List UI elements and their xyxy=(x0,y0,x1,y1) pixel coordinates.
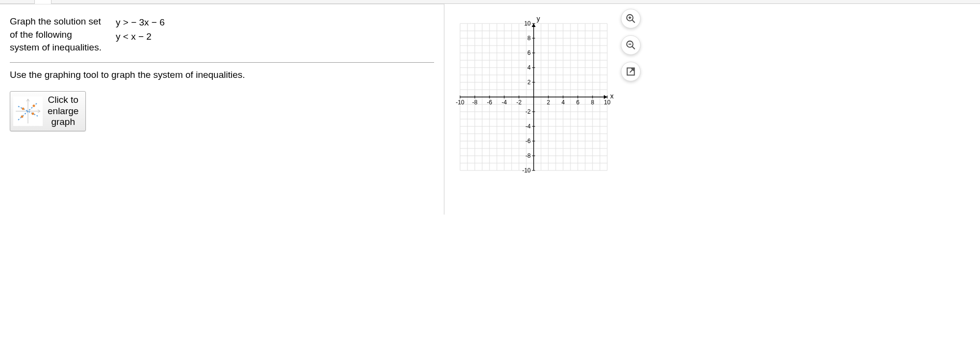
popout-button[interactable] xyxy=(621,62,641,81)
svg-text:8: 8 xyxy=(527,35,531,42)
svg-line-99 xyxy=(632,20,635,23)
zoom-in-icon xyxy=(625,13,636,24)
svg-text:8: 8 xyxy=(591,99,594,106)
svg-text:6: 6 xyxy=(527,49,531,56)
svg-text:-6: -6 xyxy=(525,138,531,145)
svg-text:10: 10 xyxy=(604,99,611,106)
svg-text:-6: -6 xyxy=(487,99,492,106)
svg-text:-8: -8 xyxy=(525,152,531,159)
question-inequalities: y > − 3x − 6 y < x − 2 xyxy=(116,15,165,44)
x-axis-label: x xyxy=(610,92,614,100)
question-text: Graph the solution set of the following … xyxy=(10,15,434,63)
svg-text:-2: -2 xyxy=(516,99,522,106)
question-stem: Graph the solution set of the following … xyxy=(10,15,112,54)
top-bar xyxy=(0,0,980,4)
svg-marker-56 xyxy=(604,95,607,99)
enlarge-line: Click to xyxy=(48,95,78,106)
graph-panel: -10-8-6-4-2246810-10-8-6-4-2246810 y x xyxy=(444,4,980,215)
enlarge-graph-label: Click to enlarge graph xyxy=(48,95,78,128)
svg-marker-57 xyxy=(532,24,536,27)
y-axis-label: y xyxy=(537,15,540,23)
content-area: Graph the solution set of the following … xyxy=(0,4,980,215)
svg-text:2: 2 xyxy=(527,79,531,86)
svg-line-103 xyxy=(632,47,635,49)
svg-text:4: 4 xyxy=(527,64,531,71)
graph-thumbnail-icon xyxy=(13,97,43,126)
svg-text:-10: -10 xyxy=(522,167,531,174)
svg-text:4: 4 xyxy=(562,99,565,106)
svg-text:6: 6 xyxy=(576,99,580,106)
svg-point-11 xyxy=(32,112,34,115)
svg-text:10: 10 xyxy=(524,20,531,27)
coordinate-graph[interactable]: -10-8-6-4-2246810-10-8-6-4-2246810 y x xyxy=(450,14,617,180)
question-line: system of inequalities. xyxy=(10,41,112,54)
enlarge-graph-button[interactable]: Click to enlarge graph xyxy=(10,91,86,131)
top-bar-tab xyxy=(34,0,52,4)
svg-text:2: 2 xyxy=(547,99,550,106)
svg-point-8 xyxy=(21,115,24,118)
popout-icon xyxy=(625,66,636,77)
svg-text:-4: -4 xyxy=(502,99,507,106)
svg-text:-10: -10 xyxy=(456,99,464,106)
question-line: Graph the solution set xyxy=(10,15,112,28)
enlarge-line: enlarge xyxy=(48,106,78,117)
zoom-in-button[interactable] xyxy=(621,9,641,28)
svg-point-9 xyxy=(33,104,35,107)
question-line: of the following xyxy=(10,28,112,42)
enlarge-line: graph xyxy=(48,117,78,128)
inequality-2: y < x − 2 xyxy=(116,29,165,44)
question-panel: Graph the solution set of the following … xyxy=(0,4,444,215)
svg-text:-4: -4 xyxy=(525,123,531,130)
svg-text:-8: -8 xyxy=(472,99,478,106)
instruction-text: Use the graphing tool to graph the syste… xyxy=(10,63,444,91)
inequality-1: y > − 3x − 6 xyxy=(116,15,165,29)
svg-line-106 xyxy=(630,69,633,72)
svg-point-10 xyxy=(22,107,25,110)
zoom-out-icon xyxy=(625,40,636,50)
graph-tools xyxy=(621,9,641,81)
zoom-out-button[interactable] xyxy=(621,35,641,55)
svg-text:-2: -2 xyxy=(525,108,531,115)
